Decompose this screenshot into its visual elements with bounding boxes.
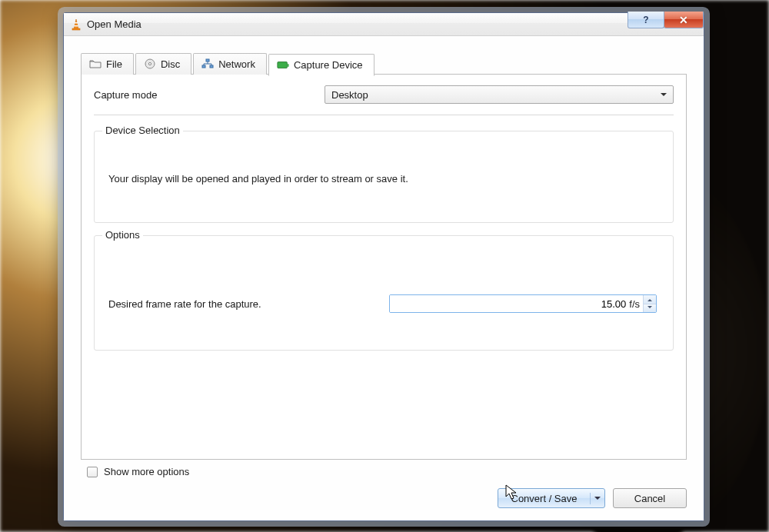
capture-device-icon (277, 60, 289, 71)
show-more-options-row[interactable]: Show more options (87, 466, 687, 477)
titlebar: Open Media ? ✕ (64, 13, 704, 36)
dropdown-arrow-icon (594, 497, 601, 503)
convert-save-dropdown[interactable] (591, 494, 604, 503)
capture-mode-row: Capture mode Desktop (94, 85, 674, 104)
device-selection-legend: Device Selection (102, 125, 183, 136)
tab-network-label: Network (218, 58, 255, 70)
framerate-step-down[interactable] (644, 304, 656, 313)
svg-rect-1 (75, 22, 78, 23)
framerate-spinner: f/s (389, 294, 657, 313)
tab-bar: File Disc Network (81, 53, 687, 75)
help-button[interactable]: ? (628, 12, 664, 28)
show-more-options-checkbox[interactable] (87, 467, 98, 477)
tab-network[interactable]: Network (193, 53, 267, 75)
convert-save-button[interactable]: Convert / Save (498, 488, 605, 508)
svg-rect-6 (206, 59, 209, 62)
device-selection-group: Device Selection Your display will be op… (94, 131, 674, 223)
open-media-dialog: Open Media ? ✕ File Disc (63, 12, 704, 521)
capture-mode-combo[interactable]: Desktop (325, 85, 674, 104)
close-icon: ✕ (679, 14, 688, 26)
tab-disc[interactable]: Disc (135, 53, 191, 75)
svg-rect-2 (74, 25, 78, 26)
cancel-label: Cancel (634, 493, 665, 504)
vlc-cone-icon (70, 18, 82, 31)
options-group: Options Desired frame rate for the captu… (94, 235, 674, 351)
window-title: Open Media (87, 18, 141, 30)
close-button[interactable]: ✕ (664, 12, 704, 28)
chevron-down-icon (647, 306, 652, 311)
capture-mode-label: Capture mode (94, 89, 325, 101)
svg-rect-10 (279, 63, 286, 66)
tab-file[interactable]: File (81, 53, 134, 75)
show-more-options-label: Show more options (104, 466, 189, 477)
svg-rect-8 (210, 65, 213, 68)
svg-rect-3 (72, 28, 80, 30)
svg-rect-11 (288, 64, 289, 67)
convert-save-label: Convert / Save (498, 493, 591, 504)
framerate-step-up[interactable] (644, 295, 656, 304)
capture-panel: Capture mode Desktop Device Selection Yo… (81, 74, 687, 460)
device-selection-message: Your display will be opened and played i… (108, 173, 659, 185)
framerate-row: Desired frame rate for the capture. f/s (108, 294, 659, 313)
dialog-actions: Convert / Save Cancel (81, 484, 687, 508)
framerate-input[interactable] (390, 295, 629, 312)
tab-disc-label: Disc (161, 58, 180, 70)
framerate-unit: f/s (629, 295, 643, 312)
tab-capture-device[interactable]: Capture Device (268, 54, 375, 76)
disc-icon (144, 58, 156, 69)
network-icon (201, 58, 214, 69)
help-icon: ? (643, 15, 648, 25)
chevron-up-icon (647, 297, 652, 301)
capture-mode-value: Desktop (331, 89, 368, 101)
cancel-button[interactable]: Cancel (613, 488, 687, 508)
tab-capture-label: Capture Device (294, 59, 363, 71)
framerate-stepper (643, 295, 656, 312)
tab-file-label: File (106, 58, 122, 70)
svg-marker-0 (74, 19, 78, 29)
svg-point-5 (148, 62, 151, 65)
options-legend: Options (102, 229, 143, 241)
svg-rect-7 (202, 65, 205, 68)
framerate-label: Desired frame rate for the capture. (108, 298, 389, 310)
folder-icon (89, 58, 102, 69)
window-controls: ? ✕ (628, 12, 704, 28)
separator (94, 115, 674, 115)
dialog-body: File Disc Network (64, 36, 704, 520)
